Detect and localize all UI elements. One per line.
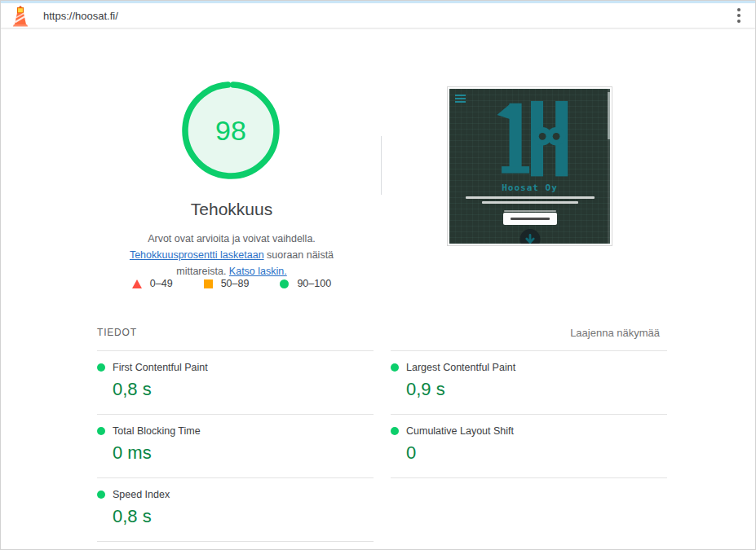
metrics-column-left: First Contentful Paint 0,8 s Total Block…: [97, 350, 374, 542]
score-calc-link[interactable]: Tehokkuusprosentti lasketaan: [130, 249, 264, 261]
site-email-button: [503, 213, 557, 225]
summary-vertical-divider: [381, 136, 382, 195]
score-description: Arvot ovat arvioita ja voivat vaihdella.…: [104, 231, 360, 279]
score-legend: 0–49 50–89 90–100: [91, 278, 373, 289]
metric-value: 0,8 s: [113, 379, 374, 400]
site-screenshot: Hoosat Oy: [449, 89, 610, 244]
kebab-menu-icon[interactable]: [732, 5, 745, 26]
hoosat-logo-icon: [488, 100, 573, 182]
legend-item-average: 50–89: [204, 278, 250, 289]
category-title: Tehokkuus: [91, 200, 373, 219]
metric-value: 0: [406, 442, 667, 464]
pass-dot-icon: [97, 363, 105, 372]
pass-dot-icon: [97, 427, 105, 435]
lighthouse-icon: [11, 6, 30, 27]
details-section-header: TIEDOT: [97, 327, 137, 338]
score-description-text: Arvot ovat arvioita ja voivat vaihdella.: [148, 233, 316, 244]
metric-label: Total Blocking Time: [113, 425, 201, 437]
pass-dot-icon: [391, 427, 399, 435]
metric-label: Largest Contentful Paint: [406, 362, 515, 373]
expand-view-link[interactable]: Laajenna näkymää: [570, 327, 660, 339]
lighthouse-report-window: https://hoosat.fi/ 98 Tehokkuus Arvot ov…: [0, 0, 756, 550]
metric-value: 0,9 s: [406, 379, 667, 400]
metric-label: Cumulative Layout Shift: [406, 425, 514, 437]
metric-value: 0,8 s: [113, 506, 374, 527]
performance-score-value: 98: [180, 80, 281, 181]
pass-circle-icon: [280, 279, 289, 288]
see-calculator-link[interactable]: Katso laskin.: [229, 266, 287, 277]
header-bar: https://hoosat.fi/: [1, 3, 755, 29]
metric-first-contentful-paint: First Contentful Paint 0,8 s: [97, 350, 374, 414]
pass-dot-icon: [97, 491, 105, 499]
metric-label: First Contentful Paint: [113, 362, 208, 373]
legend-range: 90–100: [297, 278, 331, 289]
metric-speed-index: Speed Index 0,8 s: [97, 477, 374, 542]
metric-cumulative-layout-shift: Cumulative Layout Shift 0: [391, 414, 667, 478]
site-body-text-placeholder: [449, 196, 610, 212]
final-screenshot-thumbnail: Hoosat Oy: [447, 86, 612, 246]
legend-item-pass: 90–100: [280, 278, 331, 289]
site-title: Hoosat Oy: [449, 183, 610, 193]
thumbnail-scrollbar: [608, 89, 610, 244]
legend-range: 0–49: [150, 278, 173, 289]
metric-value: 0 ms: [113, 442, 374, 464]
performance-score-gauge: 98: [180, 80, 281, 181]
metric-label: Speed Index: [113, 489, 170, 500]
report-url: https://hoosat.fi/: [43, 10, 118, 22]
hamburger-menu-icon: [455, 95, 466, 103]
metric-total-blocking-time: Total Blocking Time 0 ms: [97, 414, 374, 477]
average-square-icon: [204, 279, 213, 288]
legend-item-fail: 0–49: [132, 278, 173, 289]
pass-dot-icon: [391, 363, 399, 372]
scroll-down-arrow-icon: [519, 229, 540, 244]
metrics-column-right: Largest Contentful Paint 0,9 s Cumulativ…: [391, 350, 667, 478]
legend-range: 50–89: [221, 278, 250, 289]
metric-largest-contentful-paint: Largest Contentful Paint 0,9 s: [391, 350, 667, 414]
fail-triangle-icon: [132, 279, 142, 288]
